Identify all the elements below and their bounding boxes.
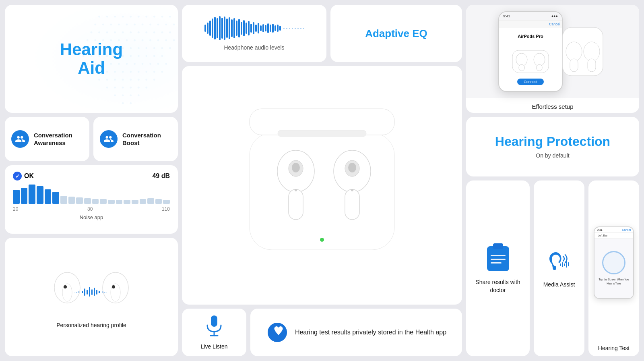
ok-checkmark-icon: ✓	[13, 172, 22, 180]
media-assist-label: Media Assist	[543, 281, 575, 288]
live-listen-card: Live Listen	[182, 309, 246, 356]
adaptive-eq-card: Adaptive EQ	[330, 5, 462, 62]
svg-rect-153	[570, 59, 578, 72]
svg-point-12	[102, 23, 104, 25]
phone-airpods-svg	[510, 44, 551, 73]
svg-point-21	[173, 23, 175, 25]
effortless-phone-area: 9:41 ●●● Cancel AirPods Pro	[466, 5, 639, 98]
svg-rect-131	[278, 130, 366, 137]
svg-rect-150	[537, 64, 542, 71]
phone-cancel-area: Cancel	[499, 21, 562, 28]
svg-point-141	[351, 189, 353, 191]
svg-point-85	[138, 71, 140, 73]
svg-point-126	[102, 291, 103, 293]
svg-point-20	[165, 23, 167, 25]
svg-point-86	[145, 71, 147, 73]
svg-rect-115	[82, 291, 83, 293]
svg-point-94	[138, 79, 140, 81]
airpods-main-svg	[225, 101, 419, 270]
health-app-text: Hearing test results privately stored in…	[295, 328, 446, 337]
svg-rect-120	[94, 288, 95, 296]
svg-point-88	[161, 71, 163, 73]
svg-point-56	[169, 47, 171, 49]
wave-bar	[258, 23, 259, 33]
wave-bar	[250, 24, 252, 33]
svg-point-26	[122, 31, 124, 33]
airpods-title-label: AirPods Pro	[518, 34, 543, 39]
svg-rect-138	[345, 189, 359, 220]
wave-bar	[248, 21, 250, 35]
wave-bar	[231, 19, 233, 37]
svg-point-97	[106, 87, 108, 89]
svg-point-22	[91, 31, 93, 33]
svg-rect-155	[588, 59, 596, 72]
svg-point-39	[134, 39, 136, 41]
svg-point-102	[145, 87, 147, 89]
svg-point-6	[138, 16, 140, 18]
svg-point-101	[138, 87, 140, 89]
svg-point-28	[138, 31, 140, 33]
svg-rect-163	[564, 263, 565, 266]
people-boost-icon	[103, 134, 114, 144]
svg-point-54	[153, 47, 155, 49]
connect-button[interactable]: Connect	[517, 79, 544, 85]
svg-point-149	[534, 53, 545, 66]
noise-app-label: Noise app	[13, 214, 170, 220]
svg-point-98	[114, 87, 116, 89]
wave-bar	[224, 17, 225, 40]
conversation-awareness-label: Conversation Awareness	[34, 131, 72, 147]
svg-point-8	[153, 16, 155, 18]
ht-tap-text: Tap the Screen When You Hear a Tone	[597, 278, 631, 286]
wave-bar	[221, 18, 223, 39]
svg-point-10	[169, 16, 171, 18]
wave-bar	[267, 23, 269, 33]
conversation-row: Conversation Awareness Conversation Boos…	[5, 117, 178, 161]
conversation-boost-card: Conversation Boost	[93, 117, 178, 161]
svg-point-77	[157, 63, 159, 65]
wave-bar	[209, 21, 211, 36]
svg-point-124	[76, 292, 77, 293]
svg-point-16	[134, 23, 136, 25]
svg-point-105	[130, 94, 132, 96]
wave-bar	[243, 20, 245, 36]
svg-point-15	[126, 23, 128, 25]
svg-point-42	[157, 39, 159, 41]
headphone-audio-card: Headphone audio levels	[182, 5, 326, 62]
wave-bar	[238, 19, 240, 37]
svg-rect-157	[493, 243, 503, 249]
hearing-protection-card: Hearing Protection On by default	[466, 117, 639, 176]
svg-point-55	[161, 47, 163, 49]
svg-point-135	[292, 163, 300, 172]
svg-point-43	[165, 39, 167, 41]
effortless-phone-mockup: 9:41 ●●● Cancel AirPods Pro	[498, 11, 563, 92]
apple-health-icon	[266, 321, 289, 344]
svg-point-29	[145, 31, 147, 33]
svg-point-103	[114, 94, 116, 96]
adaptive-eq-label: Adaptive EQ	[365, 27, 427, 40]
svg-point-24	[106, 31, 108, 33]
wave-bar	[219, 16, 221, 40]
airpods-main-card	[182, 66, 462, 305]
media-assist-card: Media Assist	[534, 180, 584, 356]
svg-point-107	[122, 102, 124, 104]
wave-bar	[212, 19, 213, 38]
wave-bar	[236, 21, 237, 36]
svg-point-142	[320, 238, 324, 242]
svg-point-100	[130, 87, 132, 89]
noise-bars-chart	[13, 185, 170, 204]
svg-point-5	[130, 16, 132, 18]
effortless-label: Effortless setup	[466, 98, 639, 113]
svg-rect-116	[84, 288, 85, 296]
svg-point-11	[94, 23, 96, 25]
svg-point-140	[348, 163, 356, 172]
conversation-boost-label: Conversation Boost	[122, 131, 161, 147]
svg-point-1	[98, 16, 100, 18]
hearing-test-label: Hearing Test	[598, 345, 630, 351]
headphone-audio-label: Headphone audio levels	[224, 44, 284, 51]
svg-point-40	[142, 39, 144, 41]
share-results-card: Share results with doctor	[466, 180, 530, 356]
svg-point-65	[145, 55, 147, 57]
svg-rect-122	[99, 291, 100, 293]
live-listen-label: Live Listen	[201, 343, 228, 350]
wave-bar	[246, 23, 247, 34]
